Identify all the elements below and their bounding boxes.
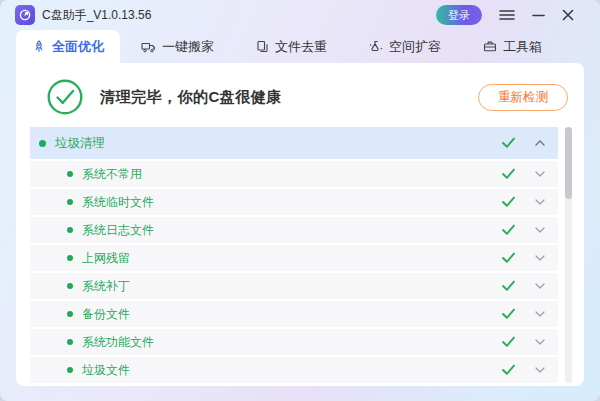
chevron-down-icon[interactable]	[535, 367, 545, 373]
tab-one-click-move[interactable]: 一键搬家	[120, 30, 235, 63]
cleanup-item-row[interactable]: 系统功能文件	[30, 327, 558, 355]
item-label: 系统补丁	[82, 278, 130, 295]
item-label: 上网残留	[82, 250, 130, 267]
login-button[interactable]: 登录	[436, 5, 482, 25]
chevron-down-icon[interactable]	[535, 283, 545, 289]
check-icon	[501, 224, 516, 236]
tab-label: 空间扩容	[389, 38, 441, 56]
cleanup-item-row[interactable]: 上网残留	[30, 243, 558, 271]
check-icon	[501, 336, 516, 348]
cleanup-group-row[interactable]: 垃圾清理	[30, 127, 558, 159]
status-dot	[67, 283, 73, 289]
app-logo-icon	[15, 5, 35, 25]
cleanup-item-row[interactable]: 系统日志文件	[30, 215, 558, 243]
chevron-down-icon[interactable]	[535, 227, 545, 233]
tab-space-expand[interactable]: 空间扩容	[348, 30, 462, 63]
item-label: 备份文件	[82, 306, 130, 323]
tab-bar: 全面优化 一键搬家 文件去重	[16, 30, 563, 63]
status-dot	[39, 140, 46, 147]
app-window: C盘助手_V1.0.13.56 登录	[0, 0, 600, 401]
check-icon	[501, 280, 516, 292]
main-panel: 清理完毕，你的C盘很健康 重新检测 垃圾清理 系统不常用	[16, 63, 584, 386]
cleanup-list: 垃圾清理 系统不常用 系统临时文件	[30, 127, 558, 383]
status-dot	[67, 367, 73, 373]
check-icon	[501, 308, 516, 320]
recheck-button[interactable]: 重新检测	[478, 84, 568, 111]
duplicate-files-icon	[256, 40, 269, 53]
status-dot	[67, 339, 73, 345]
item-label: 系统日志文件	[82, 222, 154, 239]
chevron-down-icon[interactable]	[535, 339, 545, 345]
chevron-down-icon[interactable]	[535, 171, 545, 177]
list-scrollbar-thumb[interactable]	[565, 127, 572, 199]
close-icon[interactable]	[562, 9, 574, 21]
cleanup-item-row[interactable]: 备份文件	[30, 299, 558, 327]
check-icon	[501, 252, 516, 264]
status-dot	[67, 227, 73, 233]
titlebar-controls: 登录	[436, 5, 600, 25]
rocket-icon	[32, 40, 46, 53]
chevron-up-icon[interactable]	[535, 140, 545, 146]
status-dot	[67, 255, 73, 261]
tab-toolbox[interactable]: 工具箱	[462, 30, 563, 63]
cleanup-item-row[interactable]: 系统不常用	[30, 159, 558, 187]
item-label: 系统功能文件	[82, 334, 154, 351]
tab-label: 文件去重	[275, 38, 327, 56]
group-label: 垃圾清理	[55, 135, 105, 152]
tab-label: 全面优化	[52, 38, 104, 56]
check-icon	[501, 168, 516, 180]
result-message: 清理完毕，你的C盘很健康	[100, 88, 282, 107]
tab-full-optimization[interactable]: 全面优化	[16, 30, 120, 63]
flask-expand-icon	[369, 40, 383, 53]
list-scrollbar-track[interactable]	[565, 127, 572, 383]
result-header: 清理完毕，你的C盘很健康 重新检测	[46, 77, 568, 117]
tab-label: 一键搬家	[162, 38, 214, 56]
success-check-circle-icon	[46, 78, 84, 116]
app-title: C盘助手_V1.0.13.56	[42, 7, 151, 24]
chevron-down-icon[interactable]	[535, 199, 545, 205]
item-label: 系统不常用	[82, 166, 142, 183]
chevron-down-icon[interactable]	[535, 311, 545, 317]
cleanup-item-row[interactable]: 垃圾文件	[30, 355, 558, 383]
check-icon	[501, 196, 516, 208]
cleanup-item-row[interactable]: 系统补丁	[30, 271, 558, 299]
minimize-icon[interactable]	[532, 9, 545, 21]
check-icon	[501, 364, 516, 376]
titlebar: C盘助手_V1.0.13.56 登录	[0, 0, 600, 30]
cleanup-item-row[interactable]: 系统临时文件	[30, 187, 558, 215]
tab-label: 工具箱	[503, 38, 542, 56]
toolbox-icon	[483, 40, 497, 53]
item-label: 垃圾文件	[82, 362, 130, 379]
status-dot	[67, 311, 73, 317]
menu-icon[interactable]	[499, 9, 515, 21]
chevron-down-icon[interactable]	[535, 255, 545, 261]
status-dot	[67, 199, 73, 205]
item-label: 系统临时文件	[82, 194, 154, 211]
status-dot	[67, 171, 73, 177]
truck-icon	[141, 41, 156, 53]
tab-file-dedup[interactable]: 文件去重	[235, 30, 348, 63]
check-icon	[501, 137, 516, 149]
